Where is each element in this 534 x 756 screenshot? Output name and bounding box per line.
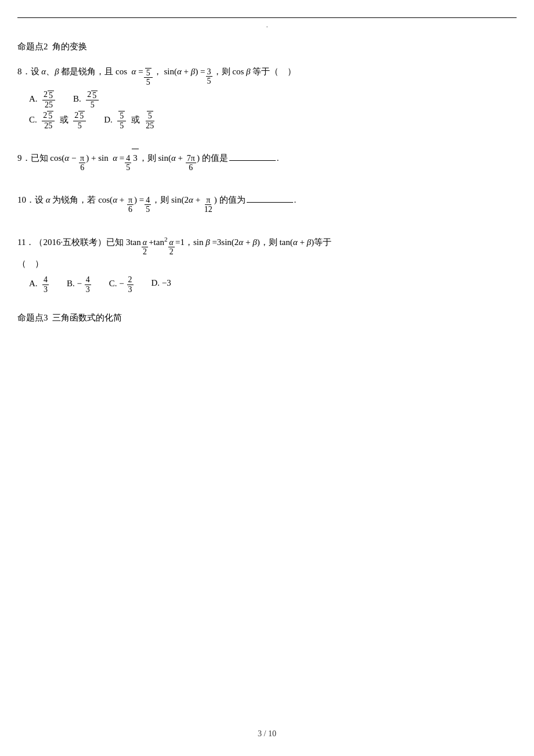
problem-9-frac2: 4 5 [125,154,131,172]
problem-9-text4: ) 的值是 [197,149,228,167]
frac-8B: 25 5 [86,90,99,109]
problem-9-sqrt3: 3 [132,149,139,167]
section2-title: 命题点2 角的变换 [17,41,517,52]
problem-10: 10．设 α 为锐角，若 cos(α + π 6 ) = 4 5 ，则 sin(… [17,191,517,214]
problem-8-choices: A. 25 25 B. 25 5 C. 25 [29,90,517,130]
choice-8-B: B. 25 5 [73,90,99,109]
top-rule [17,17,517,18]
problem-8-comma: ， sin(α + β) = [153,63,205,80]
choice-11-C: C. − 2 3 [109,275,134,294]
problem-9-frac3: 7π 6 [186,154,196,172]
frac-11A: 4 3 [42,275,49,294]
page-footer: 3 / 10 [0,729,534,739]
problem-10-frac1: π 6 [127,196,134,214]
problem-9-blank [229,160,276,161]
problem-10-text4: ) 的值为 [214,191,246,208]
problem-9-text2: ) + sin α = [86,149,124,167]
problem-8-alpha: α [129,63,136,80]
choice-8-C: C. 25 25 或 25 5 [29,111,86,130]
problem-8-end: ，则 cos β 等于（ ） [213,63,297,80]
problem-11-text: 11．（2016·五校联考）已知 3tan [17,233,141,251]
problem-8-eq1: = [136,63,143,80]
problem-11-choice-row: A. 4 3 B. − 4 3 C. − 2 3 [29,275,517,294]
section3-title: 命题点3 三角函数式的化简 [17,312,517,323]
frac-8C2: 25 5 [73,111,86,130]
problem-10-blank [247,202,293,203]
problem-10-text: 10．设 α 为锐角，若 cos(α + [17,191,127,208]
problem-9-text3: ，则 sin(α + [139,149,185,167]
problem-11-frac2: α 2 [168,238,175,257]
frac-11C: 2 3 [127,275,134,294]
problem-9-text: 9．已知 cos(α − [17,149,78,167]
problem-10-text2: ) = [134,191,144,208]
frac-8D2: 5 25 [145,111,155,130]
problem-8: 8．设 α、β 都是锐角，且 cos α = 5 5 ， sin(α + β) … [17,63,517,130]
problem-8-frac1: 5 5 [144,67,153,87]
problem-11-plus: +tan2 [149,233,167,251]
problem-10-frac2: 4 5 [145,196,151,214]
problem-10-frac3: π 12 [203,196,214,214]
problem-11-choices: A. 4 3 B. − 4 3 C. − 2 3 [29,275,517,294]
choice-11-D: D. −3 [151,275,171,294]
problem-8-number: 8．设 α、β 都是锐角，且 cos [17,63,129,80]
choice-11-A: A. 4 3 [29,275,49,294]
page-number: 3 / 10 [258,729,276,738]
problem-11: 11．（2016·五校联考）已知 3tan α 2 +tan2 α 2 =1，s… [17,233,517,294]
frac-8D1: 5 5 [117,111,126,130]
problem-11-frac1: α 2 [142,238,148,257]
problem-9-period: . [277,149,279,167]
problem-11-paren: （ ） [17,256,517,272]
choice-11-B: B. − 4 3 [67,275,92,294]
problem-9: 9．已知 cos(α − π 6 ) + sin α = 4 5 3 ，则 si… [17,149,517,172]
problem-10-period: . [294,191,297,208]
problem-8-frac2: 3 5 [206,67,212,86]
frac-8C1: 25 25 [42,111,55,130]
top-dot: . [17,20,517,30]
problem-8-choice-row1: A. 25 25 B. 25 5 [29,90,517,109]
frac-11B: 4 3 [85,275,91,294]
problem-8-choice-row2: C. 25 25 或 25 5 D. 5 5 [29,111,517,130]
frac-8A: 25 25 [42,90,55,109]
problem-10-text3: ，则 sin(2α + [151,191,203,208]
problem-11-eq: =1，sin β =3sin(2α + β)，则 tan(α + β)等于 [175,233,331,251]
problem-9-frac1: π 6 [79,154,85,172]
choice-8-D: D. 5 5 或 5 25 [104,111,156,130]
choice-8-A: A. 25 25 [29,90,56,109]
